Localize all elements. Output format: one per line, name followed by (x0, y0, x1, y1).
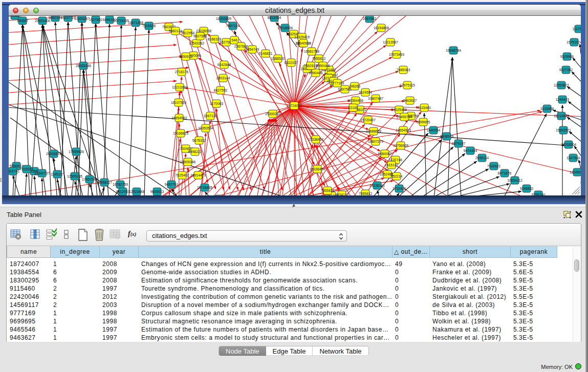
svg-text:17957243: 17957243 (82, 178, 97, 181)
svg-text:9329966: 9329966 (560, 55, 574, 58)
svg-text:8813054: 8813054 (268, 16, 281, 19)
svg-text:20691406: 20691406 (35, 19, 50, 23)
svg-text:12505135: 12505135 (67, 174, 82, 178)
svg-text:3215958: 3215958 (540, 107, 554, 111)
svg-text:8766140: 8766140 (532, 193, 546, 195)
svg-text:7515526: 7515526 (142, 24, 156, 28)
svg-text:11353594: 11353594 (198, 126, 213, 130)
svg-text:6899695: 6899695 (417, 120, 430, 124)
svg-text:19654923: 19654923 (396, 128, 411, 132)
svg-text:16210643: 16210643 (554, 114, 569, 118)
svg-text:25300263: 25300263 (265, 112, 280, 116)
svg-text:15909348: 15909348 (180, 160, 195, 164)
svg-text:10958117: 10958117 (97, 181, 112, 184)
svg-text:746266: 746266 (349, 84, 361, 88)
svg-text:8938918: 8938918 (440, 135, 454, 138)
svg-text:9463627: 9463627 (403, 99, 417, 102)
svg-text:62160: 62160 (349, 106, 358, 110)
svg-text:15692971: 15692971 (556, 128, 571, 132)
svg-text:16914479: 16914479 (190, 173, 206, 177)
svg-text:18807279: 18807279 (368, 140, 383, 143)
svg-text:546: 546 (231, 38, 237, 42)
svg-text:6990448: 6990448 (316, 64, 330, 68)
svg-text:16107553: 16107553 (171, 101, 186, 104)
svg-text:13325419: 13325419 (294, 35, 310, 39)
svg-text:15338454: 15338454 (308, 138, 323, 141)
svg-text:8912057: 8912057 (116, 190, 130, 193)
svg-text:2718176: 2718176 (175, 70, 189, 74)
svg-text:9890612: 9890612 (179, 55, 193, 58)
svg-text:9860124: 9860124 (169, 29, 183, 33)
svg-text:16654983: 16654983 (171, 116, 187, 120)
svg-text:16961758: 16961758 (304, 50, 319, 53)
svg-text:28053346: 28053346 (76, 64, 91, 68)
svg-text:19218506: 19218506 (277, 26, 293, 30)
svg-text:17559926: 17559926 (69, 150, 84, 154)
svg-text:16671355: 16671355 (128, 21, 143, 25)
svg-text:1527602: 1527602 (89, 18, 103, 21)
svg-text:10756928: 10756928 (393, 144, 408, 147)
svg-text:6498222: 6498222 (188, 150, 202, 154)
svg-text:9474444: 9474444 (464, 149, 477, 152)
svg-text:15751074: 15751074 (567, 40, 581, 44)
svg-text:1167534: 1167534 (567, 156, 580, 160)
svg-text:20206578: 20206578 (46, 152, 61, 156)
svg-text:8322037: 8322037 (285, 61, 298, 64)
svg-text:7815021: 7815021 (20, 167, 34, 171)
svg-text:190557: 190557 (17, 19, 29, 23)
svg-text:1733426: 1733426 (393, 187, 406, 190)
svg-text:1117538: 1117538 (572, 27, 581, 31)
svg-text:12342737: 12342737 (34, 171, 50, 175)
svg-text:9457791: 9457791 (165, 183, 179, 186)
svg-text:1615132: 1615132 (385, 163, 399, 167)
svg-text:9146821: 9146821 (259, 52, 273, 55)
svg-text:7955812: 7955812 (312, 57, 326, 60)
svg-text:18724007: 18724007 (287, 104, 302, 107)
svg-text:7355812: 7355812 (321, 189, 335, 192)
svg-text:15338454: 15338454 (310, 167, 325, 171)
svg-text:3624554: 3624554 (359, 91, 373, 94)
svg-text:9227342: 9227342 (559, 68, 573, 72)
svg-text:10025458: 10025458 (391, 108, 407, 112)
svg-text:9115460: 9115460 (418, 106, 431, 110)
svg-text:12213967: 12213967 (383, 40, 398, 44)
svg-text:3912954: 3912954 (181, 31, 195, 35)
svg-text:14136141: 14136141 (369, 184, 385, 187)
svg-text:2087682: 2087682 (363, 17, 377, 20)
svg-text:7625402: 7625402 (176, 173, 189, 177)
svg-text:10653267: 10653267 (74, 17, 90, 20)
svg-text:9245652: 9245652 (520, 187, 534, 190)
svg-text:5678332: 5678332 (192, 139, 206, 142)
svg-text:10807487: 10807487 (368, 97, 383, 100)
svg-text:1170063: 1170063 (210, 102, 223, 105)
svg-text:1588520: 1588520 (271, 57, 285, 60)
svg-text:9827508: 9827508 (193, 34, 207, 38)
svg-text:1145137: 1145137 (51, 172, 64, 176)
svg-text:10973493: 10973493 (389, 53, 404, 56)
svg-text:12213382: 12213382 (172, 85, 187, 89)
svg-text:252214: 252214 (391, 174, 403, 178)
svg-text:12923448: 12923448 (129, 190, 144, 193)
svg-text:8427552: 8427552 (214, 89, 228, 92)
svg-text:20364436: 20364436 (348, 99, 363, 102)
svg-text:18640910: 18640910 (296, 41, 311, 45)
svg-text:10237719: 10237719 (60, 16, 76, 19)
svg-text:16053809: 16053809 (216, 17, 231, 20)
svg-text:7632621: 7632621 (487, 164, 501, 168)
svg-text:12093872: 12093872 (554, 83, 569, 87)
svg-text:8454749: 8454749 (246, 48, 259, 51)
svg-text:2935114: 2935114 (475, 156, 489, 160)
svg-text:2803144: 2803144 (216, 76, 230, 80)
svg-text:1562615: 1562615 (304, 64, 318, 68)
svg-text:19495744: 19495744 (397, 115, 412, 119)
svg-text:17016504: 17016504 (561, 143, 576, 146)
svg-text:8990448: 8990448 (309, 71, 323, 75)
svg-text:15716485: 15716485 (197, 186, 212, 189)
svg-text:9777169: 9777169 (331, 81, 344, 85)
svg-text:7485063: 7485063 (397, 68, 410, 72)
svg-text:10654112: 10654112 (507, 179, 522, 182)
svg-text:1640954: 1640954 (427, 128, 441, 132)
svg-text:6879197: 6879197 (452, 142, 466, 145)
svg-text:10688609: 10688609 (366, 129, 381, 133)
svg-text:9084067: 9084067 (378, 152, 392, 156)
